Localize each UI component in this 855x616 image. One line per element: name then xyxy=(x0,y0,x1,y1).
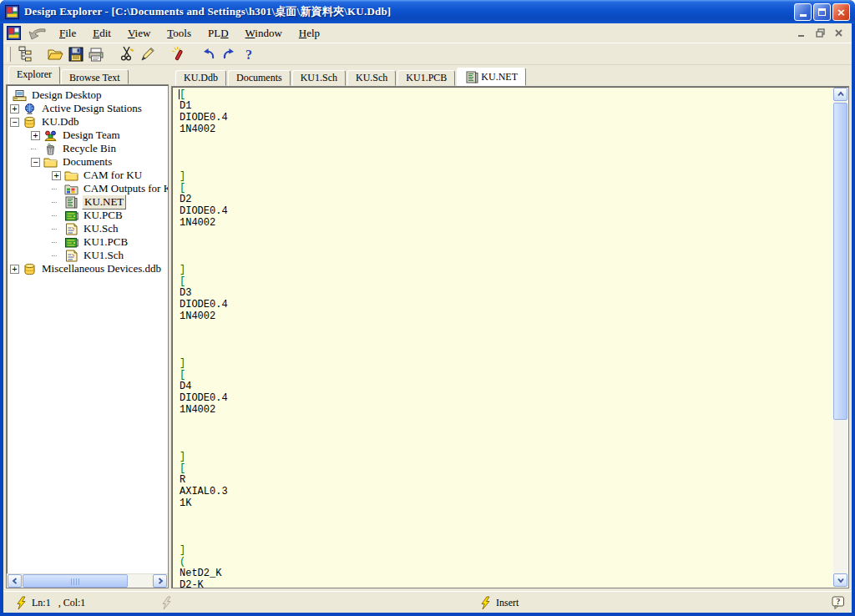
collapse-toggle[interactable]: − xyxy=(10,118,19,127)
editor-line: ( xyxy=(180,556,832,568)
panel-tab-explorer[interactable]: Explorer xyxy=(8,66,60,84)
print-button[interactable] xyxy=(86,45,106,63)
explorer-toggle-button[interactable] xyxy=(15,45,35,63)
database-icon xyxy=(23,116,37,129)
pcb-icon xyxy=(64,236,78,249)
undo-button[interactable] xyxy=(199,45,219,63)
run-icon xyxy=(170,46,186,62)
menu-view[interactable]: View xyxy=(119,25,159,42)
save-icon xyxy=(68,47,83,62)
tree-item-miscellaneous-devices-ddb[interactable]: +Miscellaneous Devices.ddb xyxy=(7,262,168,275)
tree-item-ku-net[interactable]: KU.NET xyxy=(7,195,168,209)
menu-pld[interactable]: PLD xyxy=(200,25,237,42)
editor-line: DIODE0.4 xyxy=(180,205,832,217)
run-button[interactable] xyxy=(168,45,188,63)
tree-item-label: Active Design Stations xyxy=(40,102,144,115)
editor-line: AXIAL0.3 xyxy=(180,486,832,497)
menu-window[interactable]: Window xyxy=(237,25,291,42)
help-icon: ? xyxy=(243,47,255,62)
expand-toggle[interactable]: + xyxy=(10,104,19,114)
editor-line: D2-K xyxy=(180,579,832,588)
maximize-button[interactable] xyxy=(813,3,831,21)
cam-icon xyxy=(64,183,78,195)
scroll-thumb[interactable] xyxy=(23,574,128,588)
save-button[interactable] xyxy=(66,45,86,63)
protel-logo-icon xyxy=(5,5,19,19)
tree-item-cam-for-ku[interactable]: +CAM for KU xyxy=(7,169,168,182)
pen-button[interactable] xyxy=(137,45,157,63)
expand-toggle[interactable]: + xyxy=(52,171,61,180)
help-button[interactable]: ? xyxy=(832,592,845,613)
editor-line: R xyxy=(180,474,832,486)
lightning-icon xyxy=(479,596,492,610)
editor-line: [ xyxy=(180,369,832,381)
net-icon xyxy=(465,71,478,83)
scroll-left-button[interactable] xyxy=(8,574,22,588)
minimize-button[interactable] xyxy=(794,3,812,21)
tree-item-ku-pcb[interactable]: KU.PCB xyxy=(7,209,168,222)
tree-horizontal-scrollbar[interactable] xyxy=(7,573,168,588)
document-tab-ku1-sch[interactable]: KU1.Sch xyxy=(292,70,346,86)
editor-line xyxy=(180,416,832,427)
document-tab-ku-ddb[interactable]: KU.Ddb xyxy=(175,70,226,86)
mdi-minimize-button[interactable] xyxy=(794,27,810,40)
scroll-thumb[interactable] xyxy=(833,103,847,420)
tree-item-documents[interactable]: −Documents xyxy=(7,155,168,169)
design-arrow-icon[interactable] xyxy=(28,27,48,40)
editor-text[interactable]: [D1DIODE0.41N4002 ][D2DIODE0.41N4002 ][D… xyxy=(174,87,832,588)
mdi-close-button[interactable] xyxy=(831,27,847,40)
close-button[interactable]: × xyxy=(832,3,850,21)
tree-item-label: Documents xyxy=(61,155,114,169)
mdi-restore-button[interactable] xyxy=(812,27,828,40)
redo-button[interactable] xyxy=(219,45,239,63)
document-tab-ku-sch[interactable]: KU.Sch xyxy=(347,70,396,86)
undo-icon xyxy=(200,47,217,61)
menu-tools[interactable]: Tools xyxy=(159,25,200,42)
editor-line: 1N4002 xyxy=(180,124,832,135)
menu-file[interactable]: File xyxy=(51,25,84,42)
document-tab-ku-net[interactable]: KU.NET xyxy=(457,68,526,86)
tree-connector xyxy=(52,242,57,243)
expand-toggle[interactable]: + xyxy=(31,131,40,140)
tree-item-label: KU.Sch xyxy=(82,222,120,235)
tree-item-ku-ddb[interactable]: −KU.Ddb xyxy=(7,115,168,129)
expand-toggle[interactable]: + xyxy=(10,265,19,274)
cut-button[interactable] xyxy=(117,45,137,63)
document-tab-documents[interactable]: Documents xyxy=(228,70,291,86)
panel-tab-browse-text[interactable]: Browse Text xyxy=(61,69,129,84)
menu-edit[interactable]: Edit xyxy=(84,25,119,42)
document-tab-bar: KU.DdbDocumentsKU1.SchKU.SchKU1.PCBKU.NE… xyxy=(171,67,849,86)
collapse-toggle[interactable]: − xyxy=(31,158,40,167)
tree-item-active-design-stations[interactable]: +Active Design Stations xyxy=(7,102,168,115)
menu-help[interactable]: Help xyxy=(291,25,328,42)
tree-item-cam-outputs-for-ku[interactable]: CAM Outputs for KU xyxy=(7,182,168,195)
editor-line: 1N4002 xyxy=(180,404,832,416)
help-bubble-icon: ? xyxy=(832,596,845,610)
editor-line: D3 xyxy=(180,287,832,299)
document-tab-label: KU.Sch xyxy=(356,72,387,84)
editor-line: D4 xyxy=(180,381,832,392)
tree-item-ku-sch[interactable]: KU.Sch xyxy=(7,222,168,235)
netlist-editor[interactable]: [D1DIODE0.41N4002 ][D2DIODE0.41N4002 ][D… xyxy=(171,86,849,588)
editor-vertical-scrollbar[interactable] xyxy=(833,88,847,587)
document-tab-label: KU1.Sch xyxy=(301,72,337,84)
net-icon xyxy=(64,196,78,209)
scroll-up-button[interactable] xyxy=(833,88,847,101)
protel-logo-icon xyxy=(7,26,21,40)
help-button[interactable]: ? xyxy=(239,45,259,63)
scroll-right-button[interactable] xyxy=(153,574,167,588)
tree-item-design-team[interactable]: +Design Team xyxy=(7,129,168,142)
tree-item-ku1-pcb[interactable]: KU1.PCB xyxy=(7,235,168,249)
stations-icon xyxy=(23,103,37,115)
tree-connector xyxy=(52,189,57,189)
tree-connector xyxy=(52,215,57,216)
scroll-down-button[interactable] xyxy=(833,573,847,587)
window-title: Design Explorer - [C:\Documents and Sett… xyxy=(24,4,391,19)
tree-item-ku1-sch[interactable]: KU1.Sch xyxy=(7,249,168,262)
tree-item-recycle-bin[interactable]: Recycle Bin xyxy=(7,142,168,155)
toolbar-grip[interactable] xyxy=(8,47,11,62)
editor-line xyxy=(180,521,832,533)
document-tab-ku1-pcb[interactable]: KU1.PCB xyxy=(397,70,455,86)
open-button[interactable] xyxy=(46,45,66,63)
tree-item-design-desktop[interactable]: Design Desktop xyxy=(7,88,168,102)
